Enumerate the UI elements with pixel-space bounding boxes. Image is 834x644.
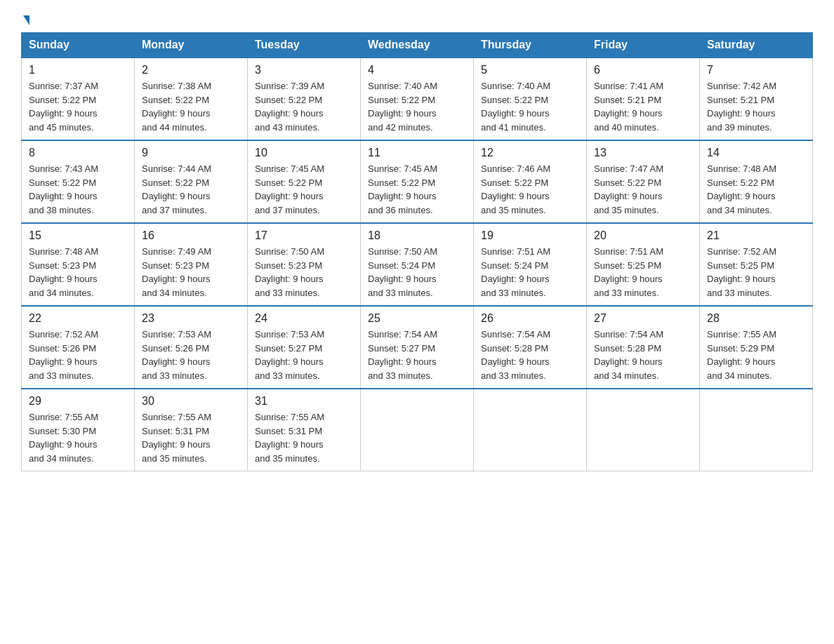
day-info: Sunrise: 7:55 AM Sunset: 5:31 PM Dayligh…	[255, 410, 353, 465]
day-number: 13	[594, 147, 692, 159]
day-number: 5	[481, 64, 579, 76]
day-number: 25	[368, 312, 466, 325]
page-header	[21, 14, 813, 25]
calendar-cell: 3 Sunrise: 7:39 AM Sunset: 5:22 PM Dayli…	[248, 58, 361, 140]
day-number: 21	[707, 229, 805, 242]
day-number: 31	[255, 395, 353, 408]
day-info: Sunrise: 7:45 AM Sunset: 5:22 PM Dayligh…	[368, 162, 466, 217]
day-info: Sunrise: 7:47 AM Sunset: 5:22 PM Dayligh…	[594, 162, 692, 217]
day-info: Sunrise: 7:55 AM Sunset: 5:29 PM Dayligh…	[707, 328, 805, 382]
day-number: 19	[481, 229, 579, 242]
day-info: Sunrise: 7:52 AM Sunset: 5:26 PM Dayligh…	[29, 328, 127, 382]
calendar-cell: 27 Sunrise: 7:54 AM Sunset: 5:28 PM Dayl…	[587, 306, 700, 389]
logo-arrow-icon	[23, 15, 29, 25]
day-header-saturday: Saturday	[700, 33, 813, 58]
day-number: 3	[255, 64, 353, 76]
day-header-sunday: Sunday	[22, 33, 135, 58]
day-info: Sunrise: 7:52 AM Sunset: 5:25 PM Dayligh…	[707, 245, 805, 300]
calendar-cell	[361, 389, 474, 471]
calendar-cell: 6 Sunrise: 7:41 AM Sunset: 5:21 PM Dayli…	[587, 58, 700, 140]
day-info: Sunrise: 7:53 AM Sunset: 5:27 PM Dayligh…	[255, 328, 353, 382]
day-info: Sunrise: 7:40 AM Sunset: 5:22 PM Dayligh…	[481, 79, 579, 134]
calendar-cell: 14 Sunrise: 7:48 AM Sunset: 5:22 PM Dayl…	[700, 140, 813, 223]
day-number: 16	[142, 229, 240, 242]
calendar-cell: 23 Sunrise: 7:53 AM Sunset: 5:26 PM Dayl…	[135, 306, 248, 389]
calendar-cell: 21 Sunrise: 7:52 AM Sunset: 5:25 PM Dayl…	[700, 223, 813, 306]
calendar-cell: 28 Sunrise: 7:55 AM Sunset: 5:29 PM Dayl…	[700, 306, 813, 389]
day-info: Sunrise: 7:49 AM Sunset: 5:23 PM Dayligh…	[142, 245, 240, 300]
calendar-cell: 4 Sunrise: 7:40 AM Sunset: 5:22 PM Dayli…	[361, 58, 474, 140]
calendar-cell: 17 Sunrise: 7:50 AM Sunset: 5:23 PM Dayl…	[248, 223, 361, 306]
calendar-cell: 8 Sunrise: 7:43 AM Sunset: 5:22 PM Dayli…	[22, 140, 135, 223]
day-info: Sunrise: 7:55 AM Sunset: 5:30 PM Dayligh…	[29, 410, 127, 465]
calendar-cell: 11 Sunrise: 7:45 AM Sunset: 5:22 PM Dayl…	[361, 140, 474, 223]
day-info: Sunrise: 7:44 AM Sunset: 5:22 PM Dayligh…	[142, 162, 240, 217]
day-number: 22	[29, 312, 127, 325]
day-number: 17	[255, 229, 353, 242]
day-info: Sunrise: 7:48 AM Sunset: 5:23 PM Dayligh…	[29, 245, 127, 300]
day-info: Sunrise: 7:41 AM Sunset: 5:21 PM Dayligh…	[594, 79, 692, 134]
calendar-cell: 19 Sunrise: 7:51 AM Sunset: 5:24 PM Dayl…	[474, 223, 587, 306]
calendar-cell: 22 Sunrise: 7:52 AM Sunset: 5:26 PM Dayl…	[22, 306, 135, 389]
day-number: 11	[368, 147, 466, 159]
day-header-thursday: Thursday	[474, 33, 587, 58]
day-number: 8	[29, 147, 127, 159]
day-number: 2	[142, 64, 240, 76]
calendar-cell	[474, 389, 587, 471]
calendar-cell: 9 Sunrise: 7:44 AM Sunset: 5:22 PM Dayli…	[135, 140, 248, 223]
calendar-week-row: 1 Sunrise: 7:37 AM Sunset: 5:22 PM Dayli…	[22, 58, 813, 140]
day-number: 15	[29, 229, 127, 242]
day-info: Sunrise: 7:51 AM Sunset: 5:25 PM Dayligh…	[594, 245, 692, 300]
day-info: Sunrise: 7:50 AM Sunset: 5:23 PM Dayligh…	[255, 245, 353, 300]
day-info: Sunrise: 7:51 AM Sunset: 5:24 PM Dayligh…	[481, 245, 579, 300]
day-number: 26	[481, 312, 579, 325]
calendar-cell	[700, 389, 813, 471]
day-info: Sunrise: 7:54 AM Sunset: 5:28 PM Dayligh…	[594, 328, 692, 382]
day-number: 23	[142, 312, 240, 325]
day-number: 14	[707, 147, 805, 159]
day-number: 10	[255, 147, 353, 159]
day-header-tuesday: Tuesday	[248, 33, 361, 58]
calendar-week-row: 8 Sunrise: 7:43 AM Sunset: 5:22 PM Dayli…	[22, 140, 813, 223]
calendar-cell: 1 Sunrise: 7:37 AM Sunset: 5:22 PM Dayli…	[22, 58, 135, 140]
day-info: Sunrise: 7:37 AM Sunset: 5:22 PM Dayligh…	[29, 79, 127, 134]
logo	[21, 14, 29, 25]
day-number: 30	[142, 395, 240, 408]
calendar-cell: 16 Sunrise: 7:49 AM Sunset: 5:23 PM Dayl…	[135, 223, 248, 306]
day-number: 6	[594, 64, 692, 76]
calendar-table: SundayMondayTuesdayWednesdayThursdayFrid…	[21, 32, 813, 471]
day-info: Sunrise: 7:38 AM Sunset: 5:22 PM Dayligh…	[142, 79, 240, 134]
day-number: 7	[707, 64, 805, 76]
day-header-friday: Friday	[587, 33, 700, 58]
day-number: 12	[481, 147, 579, 159]
calendar-cell: 10 Sunrise: 7:45 AM Sunset: 5:22 PM Dayl…	[248, 140, 361, 223]
calendar-cell: 15 Sunrise: 7:48 AM Sunset: 5:23 PM Dayl…	[22, 223, 135, 306]
calendar-cell: 30 Sunrise: 7:55 AM Sunset: 5:31 PM Dayl…	[135, 389, 248, 471]
calendar-week-row: 29 Sunrise: 7:55 AM Sunset: 5:30 PM Dayl…	[22, 389, 813, 471]
day-info: Sunrise: 7:48 AM Sunset: 5:22 PM Dayligh…	[707, 162, 805, 217]
day-number: 4	[368, 64, 466, 76]
calendar-cell: 31 Sunrise: 7:55 AM Sunset: 5:31 PM Dayl…	[248, 389, 361, 471]
day-info: Sunrise: 7:40 AM Sunset: 5:22 PM Dayligh…	[368, 79, 466, 134]
day-header-monday: Monday	[135, 33, 248, 58]
day-number: 28	[707, 312, 805, 325]
day-info: Sunrise: 7:43 AM Sunset: 5:22 PM Dayligh…	[29, 162, 127, 217]
calendar-cell: 25 Sunrise: 7:54 AM Sunset: 5:27 PM Dayl…	[361, 306, 474, 389]
day-number: 18	[368, 229, 466, 242]
calendar-cell: 7 Sunrise: 7:42 AM Sunset: 5:21 PM Dayli…	[700, 58, 813, 140]
calendar-cell: 12 Sunrise: 7:46 AM Sunset: 5:22 PM Dayl…	[474, 140, 587, 223]
calendar-cell: 13 Sunrise: 7:47 AM Sunset: 5:22 PM Dayl…	[587, 140, 700, 223]
calendar-cell: 24 Sunrise: 7:53 AM Sunset: 5:27 PM Dayl…	[248, 306, 361, 389]
day-number: 20	[594, 229, 692, 242]
day-number: 9	[142, 147, 240, 159]
calendar-cell: 5 Sunrise: 7:40 AM Sunset: 5:22 PM Dayli…	[474, 58, 587, 140]
day-header-wednesday: Wednesday	[361, 33, 474, 58]
day-info: Sunrise: 7:54 AM Sunset: 5:27 PM Dayligh…	[368, 328, 466, 382]
day-number: 27	[594, 312, 692, 325]
day-info: Sunrise: 7:50 AM Sunset: 5:24 PM Dayligh…	[368, 245, 466, 300]
calendar-cell: 2 Sunrise: 7:38 AM Sunset: 5:22 PM Dayli…	[135, 58, 248, 140]
calendar-cell: 18 Sunrise: 7:50 AM Sunset: 5:24 PM Dayl…	[361, 223, 474, 306]
calendar-week-row: 15 Sunrise: 7:48 AM Sunset: 5:23 PM Dayl…	[22, 223, 813, 306]
day-number: 29	[29, 395, 127, 408]
calendar-cell	[587, 389, 700, 471]
